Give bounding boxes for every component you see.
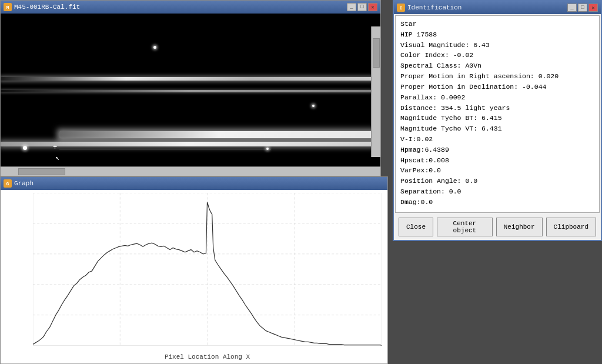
image-vscroll-thumb[interactable]	[373, 38, 380, 68]
ident-line-12: Hpmag:6.4389	[400, 145, 594, 155]
image-hscrollbar[interactable]	[1, 166, 380, 176]
ident-maximize-btn[interactable]: □	[578, 4, 587, 12]
ident-close-btn[interactable]: ✕	[588, 4, 598, 12]
ident-line-15: Position Angle: 0.0	[400, 176, 594, 186]
ident-line-16: Separation: 0.0	[400, 186, 594, 197]
ident-line-3: Color Index: -0.02	[400, 50, 594, 61]
ident-minimize-btn[interactable]: _	[567, 4, 577, 12]
star-trail-1	[1, 77, 377, 81]
image-hscroll-thumb[interactable]	[18, 168, 65, 175]
star-trail-3	[59, 131, 377, 138]
image-title-left: M M45-001RB-Cal.fit	[4, 3, 80, 11]
ident-title-text: Identification	[407, 4, 461, 11]
ident-title-icon: I	[397, 4, 405, 12]
ident-line-11: V-I:0.02	[400, 134, 594, 145]
center-object-button[interactable]: Center object	[437, 218, 493, 236]
ident-line-13: Hpscat:0.008	[400, 155, 594, 166]
ident-titlebar: I Identification _ □ ✕	[394, 1, 601, 14]
graph-titlebar: G Graph	[1, 177, 387, 190]
ident-line-5: Proper Motion in Right ascension: 0.020	[400, 71, 594, 82]
image-title-icon: M	[4, 3, 12, 11]
ident-line-0: Star	[400, 19, 594, 29]
image-titlebar: M M45-001RB-Cal.fit _ □ ✕	[1, 1, 380, 14]
ident-line-7: Parallax: 0.0092	[400, 92, 594, 103]
separator-line	[59, 149, 271, 149]
ident-line-8: Distance: 354.5 light years	[400, 103, 594, 113]
ident-line-14: VarPex:0.0	[400, 165, 594, 176]
graph-title-icon: G	[4, 179, 12, 188]
star-dot-2	[312, 105, 315, 107]
ident-line-10: Magnitude Tycho VT: 6.431	[400, 123, 594, 134]
star-trail-2	[1, 90, 377, 92]
star-dot-1	[153, 46, 156, 49]
image-maximize-btn[interactable]: □	[357, 3, 367, 11]
image-title-text: M45-001RB-Cal.fit	[14, 4, 80, 11]
ident-line-9: Magnitude Tycho BT: 6.415	[400, 113, 594, 123]
identification-window: I Identification _ □ ✕ Star HIP 17588 Vi…	[393, 0, 602, 241]
image-window-controls: _ □ ✕	[347, 3, 377, 11]
graph-area: 0 1000 2000 3000 4000 5000 0 100 200 300…	[33, 193, 382, 346]
ident-buttons-bar: Close Center object Neighbor Clipboard	[394, 214, 601, 240]
ident-title-left: I Identification	[397, 4, 461, 12]
image-minimize-btn[interactable]: _	[347, 3, 356, 11]
image-vscrollbar[interactable]	[371, 26, 380, 157]
image-close-btn[interactable]: ✕	[368, 3, 377, 11]
close-button[interactable]: Close	[399, 218, 433, 236]
ident-line-2: Visual Magnitude: 6.43	[400, 40, 594, 51]
x-axis-label: Pixel Location Along X	[165, 353, 250, 360]
neighbor-button[interactable]: Neighbor	[496, 218, 543, 236]
ident-content-area: Star HIP 17588 Visual Magnitude: 6.43 Co…	[395, 15, 600, 213]
graph-title-text: Graph	[14, 180, 34, 187]
ident-line-1: HIP 17588	[400, 29, 594, 40]
ident-window-controls: _ □ ✕	[567, 4, 598, 12]
ident-line-6: Proper Motion in Declination: -0.044	[400, 82, 594, 92]
image-canvas[interactable]: + ↖	[1, 14, 380, 166]
cursor-arrow: ↖	[55, 153, 59, 162]
graph-content: Pixel Value 0 1000 2000 3000	[1, 190, 387, 363]
ident-line-18	[400, 208, 594, 213]
crosshair-marker: +	[53, 144, 57, 151]
clipboard-button[interactable]: Clipboard	[546, 218, 596, 236]
ident-line-4: Spectral Class: A0Vn	[400, 61, 594, 71]
star-dot-3	[23, 146, 27, 150]
image-window: M M45-001RB-Cal.fit _ □ ✕ + ↖	[0, 0, 381, 176]
graph-window: G Graph Pixel Value 0 1000	[0, 176, 388, 364]
ident-line-17: Dmag:0.0	[400, 197, 594, 208]
graph-svg: 0 1000 2000 3000 4000 5000 0 100 200 300…	[33, 193, 382, 346]
